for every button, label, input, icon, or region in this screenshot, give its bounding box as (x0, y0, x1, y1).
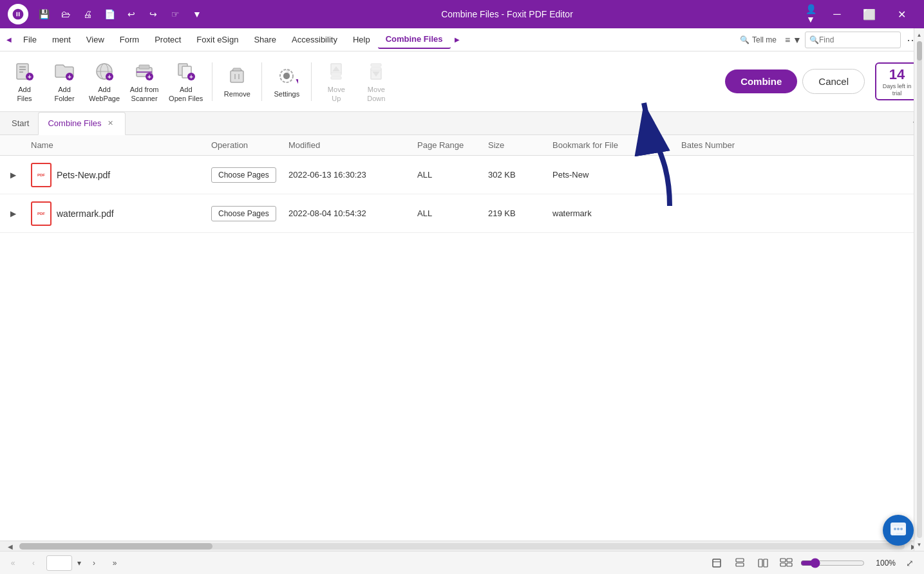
minimize-button[interactable]: ─ (822, 0, 852, 28)
menu-combine-files[interactable]: Combine Files (378, 30, 451, 49)
redo-button[interactable]: ↪ (144, 5, 162, 23)
nav-last-btn[interactable]: » (107, 555, 122, 571)
scrollbar-thumb[interactable] (19, 543, 212, 550)
add-open-files-button[interactable]: + AddOpen Files (165, 56, 207, 107)
menu-view[interactable]: View (79, 31, 112, 48)
menu-accessibility[interactable]: Accessibility (284, 31, 345, 48)
nav-first-btn[interactable]: « (5, 555, 21, 571)
restore-button[interactable]: ⬜ (854, 0, 884, 28)
dropdown-button[interactable]: ▼ (188, 5, 206, 23)
add-files-button[interactable]: + AddFiles (5, 56, 44, 107)
close-button[interactable]: ✕ (887, 0, 916, 28)
settings-label: Settings (274, 90, 299, 98)
svg-rect-45 (764, 559, 768, 567)
modified-cell-1: 2022-06-13 16:30:23 (283, 170, 412, 180)
tab-combine-files[interactable]: Combine Files ✕ (38, 112, 125, 135)
vscroll-thumb[interactable] (917, 41, 922, 60)
open-button[interactable]: 🗁 (57, 5, 75, 23)
title-bar: 💾 🗁 🖨 📄 ↩ ↪ ☞ ▼ Combine Files - Foxit PD… (0, 0, 924, 28)
toolbar-sep-2 (261, 62, 262, 101)
menu-foxit-esign[interactable]: Foxit eSign (189, 31, 246, 48)
expand-button[interactable]: ⤢ (901, 554, 919, 572)
svg-rect-40 (713, 559, 721, 567)
touch-button[interactable]: ☞ (166, 5, 184, 23)
page-dropdown[interactable]: ▾ (77, 559, 81, 568)
toolbar-right: Combine Cancel 14 Days left in trial (725, 62, 919, 101)
header-bates: Bates Number (676, 140, 773, 150)
main-content: Name Operation Modified Page Range Size … (0, 135, 924, 574)
tab-start[interactable]: Start (3, 112, 38, 135)
add-folder-label: AddFolder (54, 86, 74, 102)
tab-combine-label: Combine Files (48, 118, 101, 128)
header-modified: Modified (283, 140, 412, 150)
vscroll-up[interactable]: ▲ (916, 30, 923, 40)
header-page-range: Page Range (412, 140, 483, 150)
add-folder-button[interactable]: + AddFolder (45, 56, 84, 107)
tell-me-button[interactable]: 🔍 Tell me (735, 33, 782, 47)
save-button[interactable]: 💾 (35, 5, 53, 23)
choose-pages-btn-2[interactable]: Choose Pages (211, 206, 276, 221)
view-continuous-btn[interactable] (731, 554, 749, 572)
trial-text: Days left in trial (879, 83, 915, 97)
view-single-btn[interactable] (708, 554, 726, 572)
new-button[interactable]: 📄 (100, 5, 118, 23)
expand-row-2[interactable]: ▶ (0, 209, 26, 218)
view-options-button[interactable]: ≡ ▼ (784, 31, 802, 49)
menu-file[interactable]: File (15, 31, 44, 48)
window-controls: 👤 ▼ ─ ⬜ ✕ (802, 0, 916, 28)
settings-icon: ▼ (275, 64, 298, 88)
menu-share[interactable]: Share (246, 31, 284, 48)
combine-button[interactable]: Combine (725, 69, 797, 93)
move-down-button[interactable]: MoveDown (357, 56, 395, 107)
menu-form[interactable]: Form (112, 31, 147, 48)
expand-row-1[interactable]: ▶ (0, 171, 26, 180)
nav-next-btn[interactable]: › (86, 555, 102, 571)
svg-rect-23 (231, 71, 243, 82)
move-up-button[interactable]: MoveUp (317, 56, 355, 107)
scroll-left-btn[interactable]: ◀ (8, 541, 13, 551)
trial-badge: 14 Days left in trial (875, 62, 919, 101)
menu-protect[interactable]: Protect (147, 31, 189, 48)
menu-help[interactable]: Help (345, 31, 378, 48)
nav-prev-btn[interactable]: ‹ (26, 555, 41, 571)
svg-rect-46 (780, 559, 786, 562)
svg-rect-14 (139, 65, 149, 69)
add-from-scanner-button[interactable]: + Add fromScanner (125, 56, 164, 107)
toolbar-quickaccess: 💾 🗁 🖨 📄 ↩ ↪ ☞ ▼ (35, 5, 206, 23)
menu-back-chevron[interactable]: ◀ (3, 28, 15, 51)
size-cell-2: 219 KB (483, 208, 547, 218)
status-right: 100% ⤢ (708, 554, 919, 572)
chat-button[interactable] (883, 515, 914, 546)
menu-ment[interactable]: ment (44, 31, 79, 48)
add-webpage-button[interactable]: + AddWebPage (85, 56, 124, 107)
page-input[interactable] (46, 555, 72, 571)
find-icon: 🔍 (809, 35, 819, 44)
tab-start-label: Start (12, 118, 29, 128)
print-button[interactable]: 🖨 (79, 5, 97, 23)
user-icon-button[interactable]: 👤 ▼ (802, 5, 820, 23)
choose-pages-btn-1[interactable]: Choose Pages (211, 167, 276, 183)
svg-rect-42 (736, 559, 744, 562)
add-from-scanner-label: Add fromScanner (130, 86, 159, 102)
svg-rect-1 (19, 66, 26, 68)
settings-button[interactable]: ▼ Settings (267, 56, 306, 107)
header-name: Name (26, 140, 206, 150)
view-two-continuous-btn[interactable] (777, 554, 795, 572)
remove-button[interactable]: Remove (218, 56, 256, 107)
svg-rect-43 (736, 563, 744, 566)
vscroll-track (917, 41, 922, 538)
add-webpage-icon: + (93, 60, 116, 83)
undo-button[interactable]: ↩ (122, 5, 140, 23)
tab-combine-close[interactable]: ✕ (106, 118, 116, 129)
table-row: ▶ PDF Pets-New.pdf Choose Pages 2022-06-… (0, 156, 924, 194)
cancel-button[interactable]: Cancel (802, 69, 865, 94)
zoom-slider[interactable] (800, 558, 865, 568)
toolbar-sep-1 (212, 62, 212, 101)
remove-icon (225, 64, 249, 88)
menu-forward-chevron[interactable]: ▶ (451, 28, 464, 51)
modified-cell-2: 2022-08-04 10:54:32 (283, 208, 412, 218)
vscroll-down[interactable]: ▼ (916, 539, 923, 550)
view-two-page-btn[interactable] (754, 554, 772, 572)
svg-text:+: + (189, 73, 193, 80)
find-input[interactable] (819, 35, 896, 44)
